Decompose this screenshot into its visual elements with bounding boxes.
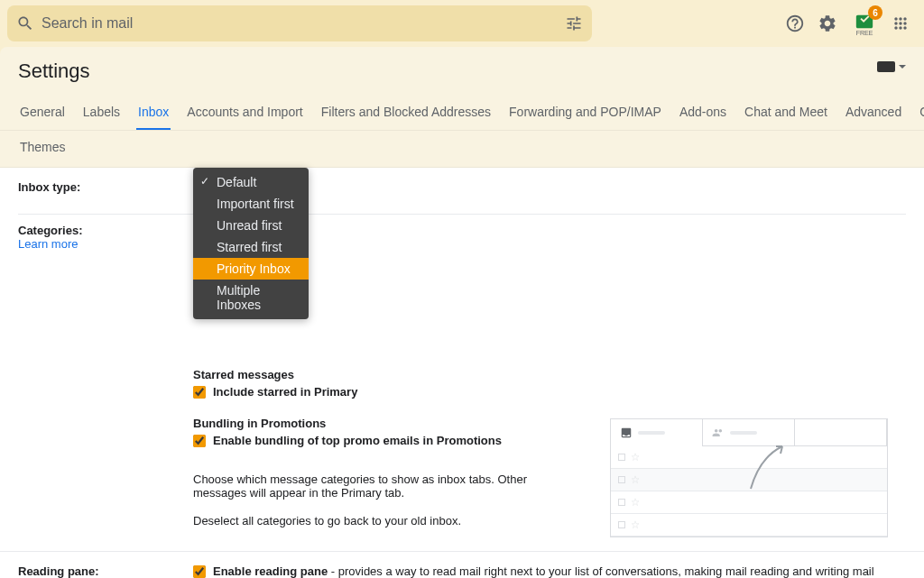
input-tools[interactable]	[877, 61, 906, 72]
header-actions: 6 FREE	[785, 9, 919, 38]
tab-accounts-and-import[interactable]: Accounts and Import	[185, 96, 304, 130]
page-title: Settings	[0, 47, 924, 96]
settings-tabs: GeneralLabelsInboxAccounts and ImportFil…	[0, 96, 924, 131]
preview-row	[611, 514, 887, 537]
dropdown-option-important-first[interactable]: Important first	[193, 193, 309, 215]
inbox-icon	[620, 427, 633, 439]
search-bar[interactable]	[7, 5, 592, 41]
preview-row	[611, 491, 887, 514]
search-options-icon[interactable]	[565, 14, 583, 32]
reading-pane-checkbox[interactable]	[193, 565, 206, 578]
starred-messages-title: Starred messages	[193, 368, 906, 381]
search-icon	[16, 14, 34, 32]
reading-pane-text: Enable reading pane - provides a way to …	[213, 564, 874, 578]
learn-more-link[interactable]: Learn more	[18, 237, 78, 251]
preview-tab-primary	[611, 419, 703, 446]
categories-label: Categories: Learn more	[18, 224, 193, 542]
settings-panel: Settings GeneralLabelsInboxAccounts and …	[0, 47, 924, 168]
tab-chat-and-meet[interactable]: Chat and Meet	[743, 96, 829, 130]
dropdown-option-unread-first[interactable]: Unread first	[193, 215, 309, 236]
include-starred-label: Include starred in Primary	[213, 385, 357, 399]
dropdown-option-priority-inbox[interactable]: Priority Inbox	[193, 258, 309, 280]
inbox-type-section: Inbox type:	[0, 180, 924, 194]
bundling-checkbox[interactable]	[193, 435, 206, 447]
keyboard-icon	[877, 61, 895, 72]
free-badge[interactable]: 6 FREE	[850, 9, 879, 38]
categories-preview	[610, 418, 888, 537]
categories-desc-2: Deselect all categories to go back to yo…	[193, 514, 581, 528]
badge-label: FREE	[856, 30, 873, 36]
tab-offline[interactable]: Offline	[918, 96, 924, 130]
header: 6 FREE	[0, 0, 924, 47]
dropdown-option-multiple-inboxes[interactable]: Multiple Inboxes	[193, 280, 309, 316]
tab-general[interactable]: General	[18, 96, 67, 130]
tab-labels[interactable]: Labels	[81, 96, 122, 130]
dropdown-option-starred-first[interactable]: Starred first	[193, 236, 309, 258]
help-icon[interactable]	[785, 14, 805, 33]
bundling-label: Enable bundling of top promo emails in P…	[213, 434, 502, 447]
inbox-type-label: Inbox type:	[18, 180, 193, 194]
tab-filters-and-blocked-addresses[interactable]: Filters and Blocked Addresses	[319, 96, 493, 130]
inbox-type-dropdown[interactable]: DefaultImportant firstUnread firstStarre…	[193, 168, 309, 319]
tab-forwarding-and-pop/imap[interactable]: Forwarding and POP/IMAP	[507, 96, 663, 130]
people-icon	[712, 427, 725, 439]
preview-tab-empty	[795, 419, 887, 446]
dropdown-option-default[interactable]: Default	[193, 171, 309, 193]
settings-content: Inbox type: DefaultImportant firstUnread…	[0, 168, 924, 578]
chevron-down-icon	[899, 65, 906, 69]
tab-themes[interactable]: Themes	[18, 131, 68, 167]
search-input[interactable]	[42, 15, 565, 32]
tab-inbox[interactable]: Inbox	[136, 96, 171, 130]
badge-count: 6	[868, 5, 882, 20]
reading-pane-label: Reading pane:	[18, 564, 193, 578]
tab-add-ons[interactable]: Add-ons	[678, 96, 728, 130]
arrow-icon	[746, 439, 791, 493]
gear-icon[interactable]	[818, 14, 837, 33]
reading-pane-section: Reading pane: Enable reading pane - prov…	[0, 551, 924, 578]
tab-advanced[interactable]: Advanced	[844, 96, 903, 130]
include-starred-checkbox[interactable]	[193, 386, 206, 399]
categories-desc-1: Choose which message categories to show …	[193, 472, 581, 500]
settings-tabs-row2: Themes	[0, 131, 924, 168]
apps-grid-icon[interactable]	[892, 14, 910, 32]
